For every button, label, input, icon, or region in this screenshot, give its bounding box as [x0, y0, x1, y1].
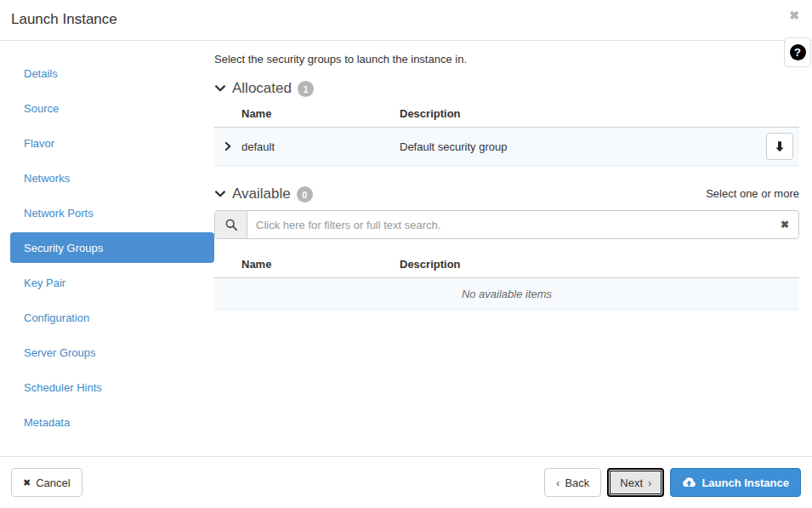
table-row-default: default Default security group: [214, 128, 799, 166]
help-button[interactable]: ?: [784, 37, 811, 67]
sidebar-item-configuration[interactable]: Configuration: [10, 302, 214, 333]
search-input[interactable]: [247, 211, 771, 238]
column-header-description: Description: [400, 107, 760, 120]
page-title: Launch Instance: [11, 11, 117, 28]
available-title: Available: [232, 186, 291, 203]
x-icon: ✖: [23, 477, 31, 488]
next-button[interactable]: Next ›: [607, 468, 664, 497]
chevron-left-icon: ‹: [556, 477, 559, 489]
allocated-title: Allocated: [232, 80, 292, 97]
modal-header: Launch Instance ✖: [0, 0, 812, 41]
sidebar-item-network-ports[interactable]: Network Ports: [10, 197, 214, 228]
empty-message: No available items: [462, 288, 552, 300]
back-button[interactable]: ‹ Back: [544, 468, 601, 497]
deallocate-button[interactable]: [766, 133, 793, 160]
question-icon: ?: [790, 44, 806, 60]
sidebar-item-networks[interactable]: Networks: [10, 163, 214, 193]
chevron-down-icon[interactable]: [214, 83, 226, 94]
arrow-down-icon: [774, 140, 786, 152]
launch-instance-button[interactable]: Launch Instance: [670, 468, 801, 497]
sidebar-item-security-groups[interactable]: Security Groups: [10, 232, 214, 263]
allocated-section-header: Allocated 1: [214, 79, 799, 97]
chevron-right-icon: ›: [648, 477, 651, 489]
step-content: Select the security groups to launch the…: [214, 51, 799, 456]
wizard-sidebar: Details Source Flavor Networks Network P…: [10, 51, 214, 456]
chevron-right-icon[interactable]: [214, 141, 241, 151]
column-header-name: Name: [241, 258, 400, 271]
available-table-header: Name Description: [214, 251, 799, 278]
sidebar-item-server-groups[interactable]: Server Groups: [10, 337, 214, 368]
column-header-name: Name: [241, 107, 400, 120]
clear-search-icon[interactable]: ✖: [771, 211, 798, 238]
sidebar-item-key-pair[interactable]: Key Pair: [10, 267, 214, 298]
row-description: Default security group: [400, 140, 760, 153]
empty-state-row: No available items: [214, 278, 799, 310]
sidebar-item-source[interactable]: Source: [10, 93, 214, 123]
cloud-upload-icon: [682, 477, 696, 488]
search-icon[interactable]: [215, 211, 247, 238]
chevron-down-icon[interactable]: [214, 188, 226, 200]
close-icon[interactable]: ✖: [789, 9, 799, 22]
step-description: Select the security groups to launch the…: [214, 53, 799, 66]
column-header-description: Description: [400, 258, 760, 271]
modal-footer: ✖ Cancel ‹ Back Next › Launch Instance: [0, 456, 812, 508]
available-section-header: Available 0 Select one or more: [214, 185, 799, 203]
sidebar-item-scheduler-hints[interactable]: Scheduler Hints: [10, 372, 214, 402]
allocated-count-badge: 1: [298, 81, 314, 97]
filter-search-bar: ✖: [214, 210, 799, 239]
sidebar-item-flavor[interactable]: Flavor: [10, 128, 214, 158]
modal-body: Details Source Flavor Networks Network P…: [0, 41, 812, 456]
cancel-button[interactable]: ✖ Cancel: [11, 468, 82, 497]
allocated-table-header: Name Description: [214, 100, 799, 128]
row-name: default: [241, 140, 400, 153]
sidebar-item-metadata[interactable]: Metadata: [10, 407, 214, 437]
sidebar-item-details[interactable]: Details: [10, 58, 214, 88]
available-count-badge: 0: [297, 186, 313, 203]
select-hint: Select one or more: [706, 187, 799, 203]
